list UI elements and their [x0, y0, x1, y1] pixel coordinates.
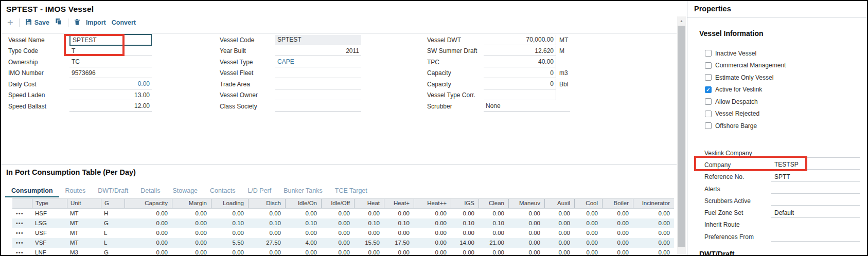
trade-area-field[interactable] — [275, 79, 361, 89]
cell-heat[interactable]: 0.00 — [384, 209, 414, 218]
unchecked-checkbox-icon[interactable] — [705, 50, 712, 57]
add-button[interactable]: + — [7, 19, 13, 27]
cell-auxil[interactable]: 0.00 — [544, 218, 574, 228]
vertical-scrollbar[interactable]: ▲ — [677, 16, 686, 256]
cell-clean[interactable]: 21.00 — [479, 238, 508, 248]
vessel-type-corr-field[interactable] — [484, 90, 556, 100]
cell-type[interactable]: VSF — [32, 238, 67, 248]
cell-idle-off[interactable]: 0.00 — [321, 238, 354, 248]
cell-incinerator[interactable]: 0.00 — [633, 209, 674, 218]
cell-auxil[interactable]: 0.00 — [544, 238, 574, 248]
cell-heat[interactable]: 17.50 — [384, 238, 414, 248]
cell-g[interactable]: G — [101, 218, 125, 228]
duplicate-button[interactable] — [55, 18, 62, 27]
tab-consumption[interactable]: Consumption — [5, 185, 59, 197]
veslink-company-field[interactable] — [771, 148, 860, 158]
cell-cool[interactable]: 0.00 — [574, 209, 602, 218]
cell-maneuv[interactable]: 0.00 — [508, 238, 544, 248]
unchecked-checkbox-icon[interactable] — [705, 74, 712, 81]
cell-clean[interactable]: 0.10 — [479, 218, 508, 228]
cell-loading[interactable]: 0.00 — [211, 228, 248, 238]
cell-loading[interactable]: 0.00 — [211, 209, 248, 218]
capacity-field[interactable]: 0 — [484, 68, 556, 78]
alerts-field[interactable] — [771, 184, 860, 194]
cell-heat[interactable]: 0.00 — [384, 248, 414, 256]
cell-cool[interactable]: 0.00 — [574, 238, 602, 248]
cell-maneuv[interactable]: 0.00 — [508, 248, 544, 256]
vessel-type-field[interactable]: CAPE — [275, 57, 361, 67]
scrubbers-active-field[interactable] — [771, 196, 860, 206]
cell-capacity[interactable]: 0.00 — [125, 248, 172, 256]
cell-maneuv[interactable]: 0.00 — [508, 228, 544, 238]
cell-idle-off[interactable]: 0.00 — [321, 228, 354, 238]
cell-g[interactable]: H — [101, 209, 125, 218]
cell-igs[interactable]: 0.00 — [451, 228, 479, 238]
cell-capacity[interactable]: 0.00 — [125, 209, 172, 218]
checkbox-inactive-vessel[interactable]: Inactive Vessel — [705, 47, 786, 60]
cell-disch[interactable]: 0.10 — [248, 218, 285, 228]
reference-no-field[interactable]: SPTT — [771, 172, 860, 182]
scrollbar-up-arrow-icon[interactable]: ▲ — [677, 16, 686, 25]
tab-stowage[interactable]: Stowage — [166, 185, 204, 197]
cell-boiler[interactable]: 0.00 — [602, 248, 633, 256]
cell-cool[interactable]: 0.00 — [574, 248, 602, 256]
convert-button[interactable]: Convert — [112, 19, 136, 26]
cell-boiler[interactable]: 0.00 — [602, 228, 633, 238]
company-field[interactable]: TESTSP — [771, 160, 860, 170]
cell-loading[interactable]: 0.10 — [211, 218, 248, 228]
cell-g[interactable]: G — [101, 248, 125, 256]
tab-routes[interactable]: Routes — [59, 185, 92, 197]
cell-type[interactable]: USF — [32, 228, 67, 238]
cell-incinerator[interactable]: 0.00 — [633, 248, 674, 256]
speed-ballast-field[interactable]: 12.00 — [69, 101, 152, 112]
cell-incinerator[interactable]: 0.00 — [633, 228, 674, 238]
inherit-route-field[interactable] — [771, 220, 860, 230]
cell-unit[interactable]: M3 — [67, 248, 101, 256]
scrollbar-thumb[interactable] — [678, 26, 685, 247]
checked-checkbox-icon[interactable]: ✓ — [705, 86, 712, 93]
cell-idle-off[interactable]: 0.00 — [321, 248, 354, 256]
ownership-field[interactable]: TC — [69, 57, 152, 67]
cell-heat[interactable]: 0.00 — [354, 209, 384, 218]
cell-heat[interactable]: 0.00 — [354, 248, 384, 256]
cell-heat[interactable]: 15.50 — [354, 238, 384, 248]
unchecked-checkbox-icon[interactable] — [705, 62, 712, 69]
cell-heat[interactable]: 0.10 — [354, 218, 384, 228]
row-menu-icon[interactable]: ••• — [12, 228, 32, 238]
cell-margin[interactable]: 0.00 — [172, 218, 211, 228]
delete-button[interactable] — [74, 18, 80, 27]
cell-loading[interactable]: 5.50 — [211, 238, 248, 248]
cell-heat[interactable]: 0.00 — [414, 218, 451, 228]
row-menu-icon[interactable]: ••• — [12, 218, 32, 228]
cell-type[interactable]: LSG — [32, 218, 67, 228]
cell-maneuv[interactable]: 0.00 — [508, 209, 544, 218]
cell-heat[interactable]: 0.00 — [354, 228, 384, 238]
import-button[interactable]: Import — [86, 19, 106, 26]
tab-contacts[interactable]: Contacts — [204, 185, 241, 197]
unchecked-checkbox-icon[interactable] — [705, 122, 712, 129]
checkbox-estimate-only-vessel[interactable]: Estimate Only Vessel — [705, 71, 786, 84]
checkbox-allow-despatch[interactable]: Allow Despatch — [705, 96, 786, 108]
cell-idle-on[interactable]: 0.00 — [285, 248, 321, 256]
checkbox-vessel-rejected[interactable]: Vessel Rejected — [705, 108, 786, 120]
cell-heat[interactable]: 0.00 — [414, 248, 451, 256]
cell-disch[interactable]: 0.00 — [248, 209, 285, 218]
cell-unit[interactable]: MT — [67, 209, 101, 218]
cell-idle-off[interactable]: 0.00 — [321, 218, 354, 228]
cell-idle-on[interactable]: 0.10 — [285, 218, 321, 228]
cell-cool[interactable]: 0.00 — [574, 228, 602, 238]
cell-heat[interactable]: 0.00 — [414, 228, 451, 238]
cell-capacity[interactable]: 0.00 — [125, 228, 172, 238]
cell-type[interactable]: HSF — [32, 209, 67, 218]
cell-igs[interactable]: 0.10 — [451, 218, 479, 228]
preferences-from-field[interactable] — [771, 232, 860, 242]
cell-idle-on[interactable]: 0.00 — [285, 228, 321, 238]
cell-unit[interactable]: MT — [67, 228, 101, 238]
cell-margin[interactable]: 0.00 — [172, 209, 211, 218]
unchecked-checkbox-icon[interactable] — [705, 111, 712, 117]
cell-boiler[interactable]: 0.00 — [602, 209, 633, 218]
cell-idle-on[interactable]: 0.00 — [285, 209, 321, 218]
year-built-field[interactable]: 2011 — [275, 46, 361, 56]
cell-disch[interactable]: 0.00 — [248, 228, 285, 238]
cell-margin[interactable]: 0.00 — [172, 238, 211, 248]
